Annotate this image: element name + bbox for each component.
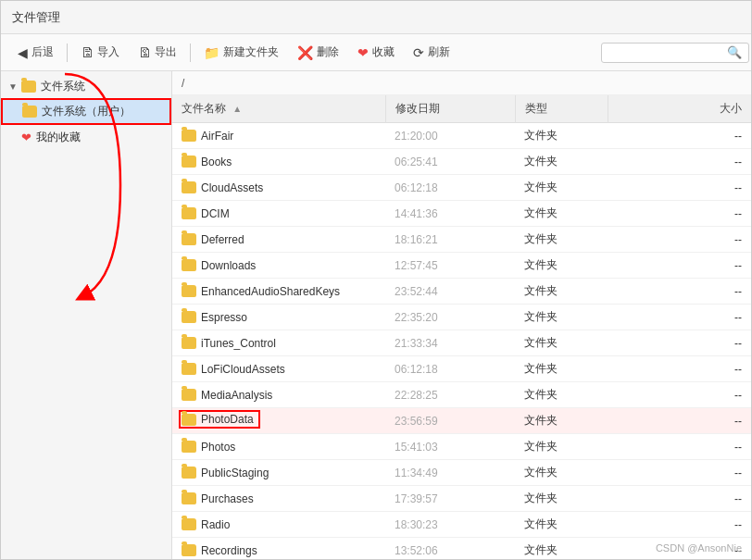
- sidebar-section-label: 文件系统: [41, 79, 85, 94]
- export-icon: 🖻: [138, 45, 151, 60]
- file-name-cell: PhotoData: [172, 408, 385, 434]
- heart-icon: ❤: [21, 131, 31, 144]
- refresh-button[interactable]: ⟳ 刷新: [406, 42, 457, 63]
- sidebar-item-favorites[interactable]: ❤ 我的收藏: [1, 125, 171, 150]
- file-name: Photos: [201, 441, 235, 454]
- table-row[interactable]: PublicStaging11:34:49文件夹--: [172, 460, 751, 486]
- export-label: 导出: [155, 44, 177, 60]
- file-size: --: [608, 330, 751, 356]
- file-size: --: [608, 382, 751, 408]
- table-row[interactable]: Espresso22:35:20文件夹--: [172, 305, 751, 330]
- file-date: 15:41:03: [385, 434, 515, 460]
- folder-icon: [182, 518, 196, 530]
- file-name: iTunes_Control: [201, 337, 276, 350]
- col-header-type[interactable]: 类型: [515, 95, 608, 123]
- search-icon: 🔍: [727, 45, 742, 59]
- col-header-size[interactable]: 大小: [608, 95, 751, 123]
- favorites-button[interactable]: ❤ 收藏: [350, 42, 402, 63]
- file-size: --: [608, 460, 751, 486]
- file-type: 文件夹: [515, 279, 608, 305]
- folder-icon: [182, 311, 196, 323]
- delete-button[interactable]: ❌ 删除: [290, 42, 346, 63]
- file-size: --: [608, 486, 751, 512]
- file-size: --: [608, 305, 751, 330]
- new-folder-icon: 📁: [204, 45, 219, 60]
- table-row[interactable]: CloudAssets06:12:18文件夹--: [172, 175, 751, 201]
- file-size: --: [608, 201, 751, 227]
- file-name: Purchases: [201, 492, 254, 505]
- table-row[interactable]: MediaAnalysis22:28:25文件夹--: [172, 382, 751, 408]
- file-date: 06:12:18: [385, 356, 515, 382]
- file-size: --: [608, 149, 751, 175]
- file-type: 文件夹: [515, 149, 608, 175]
- folder-icon: [22, 106, 37, 118]
- table-row[interactable]: Deferred18:16:21文件夹--: [172, 227, 751, 253]
- folder-icon: [21, 81, 36, 93]
- table-row[interactable]: PhotoData23:56:59文件夹--: [172, 408, 751, 434]
- file-type: 文件夹: [515, 434, 608, 460]
- file-name-cell: CloudAssets: [172, 175, 385, 201]
- file-name-cell: Deferred: [172, 227, 385, 253]
- col-header-name[interactable]: 文件名称 ▲: [172, 95, 385, 123]
- table-row[interactable]: LoFiCloudAssets06:12:18文件夹--: [172, 356, 751, 382]
- file-name-cell: LoFiCloudAssets: [172, 356, 385, 382]
- table-row[interactable]: iTunes_Control21:33:34文件夹--: [172, 330, 751, 356]
- back-button[interactable]: ◀ 后退: [10, 42, 61, 63]
- toolbar-separator-2: [190, 44, 191, 62]
- toolbar: ◀ 后退 🖺 导入 🖻 导出 📁 新建文件夹 ❌ 删除 ❤ 收藏 ⟳ 刷新: [1, 34, 751, 71]
- file-name: DCIM: [201, 207, 230, 220]
- folder-icon: [182, 467, 196, 479]
- file-date: 18:16:21: [385, 227, 515, 253]
- table-row[interactable]: Photos15:41:03文件夹--: [172, 434, 751, 460]
- folder-icon: [182, 337, 196, 349]
- file-name: Recordings: [201, 544, 257, 557]
- file-date: 22:28:25: [385, 382, 515, 408]
- file-size: --: [608, 512, 751, 538]
- folder-icon: [182, 441, 196, 453]
- refresh-label: 刷新: [428, 44, 450, 60]
- main-content: ▼ 文件系统 文件系统（用户） ❤ 我的收藏: [1, 71, 751, 559]
- file-date: 14:41:36: [385, 201, 515, 227]
- file-type: 文件夹: [515, 330, 608, 356]
- file-type: 文件夹: [515, 460, 608, 486]
- table-row[interactable]: Purchases17:39:57文件夹--: [172, 486, 751, 512]
- table-row[interactable]: Radio18:30:23文件夹--: [172, 512, 751, 538]
- table-row[interactable]: DCIM14:41:36文件夹--: [172, 201, 751, 227]
- table-row[interactable]: EnhancedAudioSharedKeys23:52:44文件夹--: [172, 279, 751, 305]
- table-row[interactable]: Downloads12:57:45文件夹--: [172, 253, 751, 279]
- file-name: Books: [201, 156, 232, 168]
- file-table[interactable]: 文件名称 ▲ 修改日期 类型 大小: [172, 95, 751, 559]
- table-row[interactable]: AirFair21:20:00文件夹--: [172, 123, 751, 149]
- file-name: Downloads: [201, 259, 256, 272]
- file-name: CloudAssets: [201, 181, 263, 194]
- file-name: Espresso: [201, 311, 247, 324]
- file-type: 文件夹: [515, 512, 608, 538]
- file-type: 文件夹: [515, 175, 608, 201]
- col-header-date[interactable]: 修改日期: [385, 95, 515, 123]
- file-name-cell: Recordings: [172, 538, 385, 560]
- file-name-cell: EnhancedAudioSharedKeys: [172, 279, 385, 305]
- file-size: --: [608, 253, 751, 279]
- path-bar: /: [172, 71, 751, 95]
- file-date: 06:25:41: [385, 149, 515, 175]
- file-date: 23:56:59: [385, 408, 515, 434]
- file-type: 文件夹: [515, 538, 608, 560]
- file-name-cell: DCIM: [172, 201, 385, 227]
- sidebar-item-filesystem-user[interactable]: 文件系统（用户）: [1, 98, 171, 125]
- file-date: 21:33:34: [385, 330, 515, 356]
- new-folder-button[interactable]: 📁 新建文件夹: [196, 42, 286, 63]
- sidebar-section-filesystem[interactable]: ▼ 文件系统: [1, 75, 171, 98]
- file-panel-wrapper: / 文件名称 ▲ 修改日期: [172, 71, 751, 559]
- file-date: 18:30:23: [385, 512, 515, 538]
- import-button[interactable]: 🖺 导入: [73, 42, 127, 63]
- table-header-row: 文件名称 ▲ 修改日期 类型 大小: [172, 95, 751, 123]
- export-button[interactable]: 🖻 导出: [131, 42, 184, 63]
- file-name-cell: AirFair: [172, 123, 385, 149]
- file-type: 文件夹: [515, 408, 608, 434]
- table-row[interactable]: Books06:25:41文件夹--: [172, 149, 751, 175]
- folder-icon: [182, 207, 196, 219]
- new-folder-label: 新建文件夹: [223, 44, 279, 60]
- file-name-cell: Photos: [172, 434, 385, 460]
- file-size: --: [608, 356, 751, 382]
- file-name: PhotoData: [201, 413, 254, 426]
